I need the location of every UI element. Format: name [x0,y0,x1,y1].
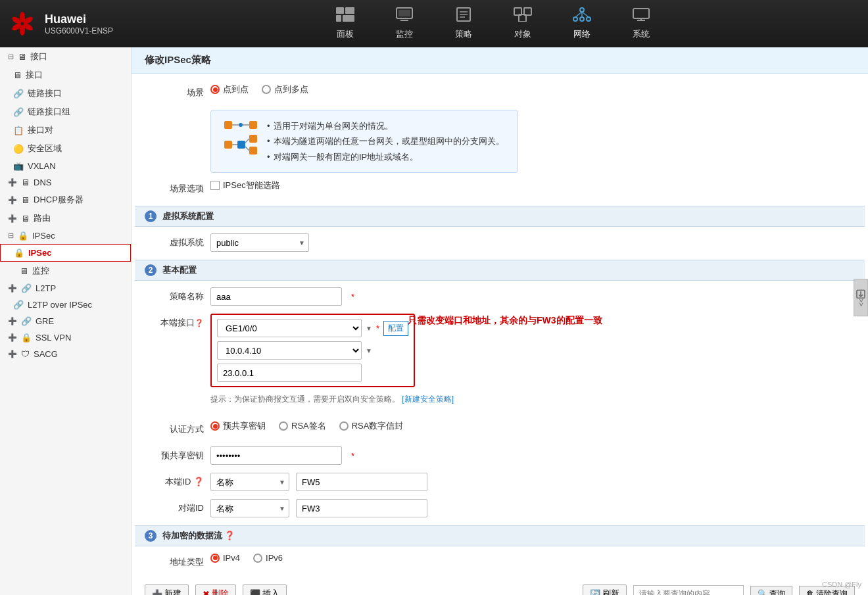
sidebar-item-ipsec[interactable]: 🔒 IPSec [0,244,131,262]
nav-dashboard[interactable]: 面板 [326,2,365,45]
sidebar-item-ipsec-monitor[interactable]: 🖥 监控 [0,262,131,280]
auth-method-row: 认证方式 预共享密钥 RSA签名 [145,420,855,440]
auth-rsa-cert[interactable]: RSA数字信封 [339,420,404,432]
local-id-value-input[interactable] [296,473,427,491]
local-address-select-main[interactable]: 10.0.4.10 [217,341,362,360]
auth-rsa[interactable]: RSA签名 [279,420,326,432]
virtual-system-row: 虚拟系统 public ▼ [145,233,855,253]
addr-type-label: 地址类型 [145,553,210,568]
section2-header: 2 基本配置 [135,260,865,281]
query-button[interactable]: 🔍 查询 [750,586,792,595]
page-title: 修改IPSec策略 [132,47,868,74]
required-marker: * [351,292,354,302]
refresh-button[interactable]: 🔄 刷新 [583,584,627,595]
nav-policy[interactable]: 策略 [444,2,483,45]
top-navigation: Huawei USG6000V1-ENSP 面板 监控 策略 对 [0,0,868,47]
ipsec-group-icon: 🔒 [18,231,28,241]
addr-ipv6[interactable]: IPv6 [253,553,283,563]
auth-rsa-label: RSA签名 [291,420,326,432]
sidebar-label-l2tp-ipsec: L2TP over IPSec [28,300,92,310]
remote-addr-row-inner [217,364,408,382]
sidebar-label-link-interface-group: 链路接口组 [28,106,70,118]
remote-id-value-input[interactable] [296,499,427,517]
svg-point-20 [580,8,584,12]
virtual-system-select[interactable]: public [210,233,309,252]
search-input[interactable] [633,585,744,595]
system-label: 系统 [633,28,650,40]
sidebar-item-dhcp[interactable]: ➕ 🖥 DHCP服务器 [0,191,131,209]
vxlan-icon: 📺 [13,161,24,171]
sidebar-item-ssl-vpn[interactable]: ➕ 🔒 SSL VPN [0,329,131,346]
config-badge-main[interactable]: 配置 [383,321,408,336]
dhcp-icon: 🖥 [21,195,30,205]
scene-point-to-multi[interactable]: 点到多点 [262,83,308,95]
sidebar-item-security-zone[interactable]: 🟡 安全区域 [0,139,131,158]
sidebar-label-interface-group: 接口 [30,51,47,62]
nav-system[interactable]: 系统 [621,2,661,45]
scene-point-to-point[interactable]: 点到点 [210,83,249,95]
sidebar-item-interface-group[interactable]: ⊟ 🖥 接口 [0,47,131,66]
main-layout: ⊟ 🖥 接口 🖥 接口 🔗 链路接口 🔗 链路接口组 📋 接口对 🟡 安全区域 … [0,47,868,595]
policy-name-row: 策略名称 * [145,287,855,307]
scene-options-label: 场景选项 [145,179,210,195]
radio-rsa-cert-dot [339,421,349,431]
sidebar-label-vxlan: VXLAN [28,161,56,171]
sidebar-item-link-interface[interactable]: 🔗 链路接口 [0,84,131,103]
section2-num: 2 [145,264,157,276]
sidebar-item-vxlan[interactable]: 📺 VXLAN [0,158,131,174]
ipsec-smart-route-label: IPSec智能选路 [223,179,280,191]
policy-name-label: 策略名称 [145,287,210,302]
new-label: 新建 [164,588,181,595]
local-id-content: 名称 ▼ [210,473,855,491]
sidebar-item-interface-pair[interactable]: 📋 接口对 [0,121,131,139]
new-policy-link[interactable]: [新建安全策略] [402,394,454,404]
svg-point-32 [239,123,243,127]
remote-address-input-main[interactable] [217,364,362,382]
svg-point-22 [580,17,584,21]
dashboard-icon [336,7,354,26]
remote-id-type-select[interactable]: 名称 [210,499,289,517]
network-icon [573,7,591,26]
ipsec-monitor-icon: 🖥 [20,266,28,276]
hint-spacer [145,394,210,397]
sidebar-item-l2tp[interactable]: ➕ 🔗 L2TP [0,280,131,297]
ipsec-smart-route-checkbox[interactable]: IPSec智能选路 [210,179,280,191]
nav-monitor[interactable]: 监控 [385,2,424,45]
sidebar-item-interface[interactable]: 🖥 接口 [0,66,131,84]
sidebar-label-dns: DNS [34,178,51,187]
local-id-type-select[interactable]: 名称 [210,473,289,491]
link-interface-group-icon: 🔗 [13,107,24,117]
sidebar-item-ipsec-group[interactable]: ⊟ 🔒 IPSec [0,227,131,244]
insert-button[interactable]: ⬛ 插入 [243,584,287,595]
delete-button[interactable]: ✖ 删除 [195,584,236,595]
sidebar-item-sacg[interactable]: ➕ 🛡 SACG [0,346,131,362]
policy-name-input[interactable] [210,287,342,306]
local-interface-select-main[interactable]: GE1/0/0 [217,319,362,337]
sidebar-item-route[interactable]: ➕ 🖥 路由 [0,209,131,227]
l2tp-icon: 🔗 [21,283,32,293]
sidebar-item-dns[interactable]: ➕ 🖥 DNS [0,174,131,191]
psk-input[interactable] [210,446,342,465]
local-id-help-icon[interactable]: ❓ [193,477,204,487]
addr-ipv4[interactable]: IPv4 [210,553,240,563]
sidebar-item-link-interface-group[interactable]: 🔗 链路接口组 [0,103,131,121]
sidebar-label-ipsec: IPSec [28,248,51,258]
auth-psk[interactable]: 预共享密钥 [210,420,266,432]
sidebar-item-gre[interactable]: ➕ 🔗 GRE [0,313,131,329]
nav-object[interactable]: 对象 [503,2,542,45]
section2-label: 基本配置 [162,265,197,275]
info-box: 适用于对端为单台网关的情况。 本端为隧道两端的任意一台网关，或星型组网中的分支网… [210,110,518,173]
new-button[interactable]: ➕ 新建 [145,584,189,595]
svg-rect-7 [336,7,344,14]
model-name: USG6000V1-ENSP [45,26,113,36]
addr-type-row: 地址类型 IPv4 IPv6 [145,553,855,573]
expand-panel-button[interactable]: >> [854,279,868,317]
svg-rect-12 [398,10,410,16]
nav-network[interactable]: 网络 [562,2,602,45]
sidebar-item-l2tp-ipsec[interactable]: 🔗 L2TP over IPSec [0,297,131,313]
sidebar-label-link-interface: 链路接口 [28,87,62,99]
info-box-spacer [145,110,210,113]
virtual-system-label: 虚拟系统 [145,233,210,249]
svg-line-40 [245,147,249,151]
section3-help-icon[interactable]: ❓ [224,531,235,540]
